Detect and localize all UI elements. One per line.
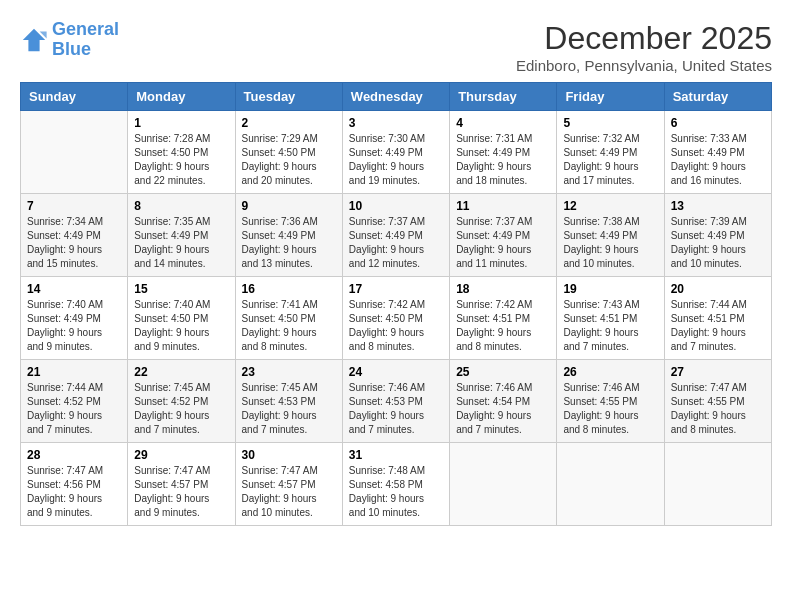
day-number: 7	[27, 199, 121, 213]
calendar-week-3: 14Sunrise: 7:40 AMSunset: 4:49 PMDayligh…	[21, 277, 772, 360]
day-detail: Sunrise: 7:39 AMSunset: 4:49 PMDaylight:…	[671, 215, 765, 271]
calendar-cell: 30Sunrise: 7:47 AMSunset: 4:57 PMDayligh…	[235, 443, 342, 526]
day-number: 10	[349, 199, 443, 213]
day-number: 31	[349, 448, 443, 462]
day-number: 24	[349, 365, 443, 379]
day-number: 30	[242, 448, 336, 462]
calendar-header-row: SundayMondayTuesdayWednesdayThursdayFrid…	[21, 83, 772, 111]
calendar-cell: 7Sunrise: 7:34 AMSunset: 4:49 PMDaylight…	[21, 194, 128, 277]
day-number: 8	[134, 199, 228, 213]
day-number: 9	[242, 199, 336, 213]
day-number: 14	[27, 282, 121, 296]
day-detail: Sunrise: 7:43 AMSunset: 4:51 PMDaylight:…	[563, 298, 657, 354]
calendar-cell: 13Sunrise: 7:39 AMSunset: 4:49 PMDayligh…	[664, 194, 771, 277]
day-detail: Sunrise: 7:42 AMSunset: 4:51 PMDaylight:…	[456, 298, 550, 354]
day-detail: Sunrise: 7:47 AMSunset: 4:56 PMDaylight:…	[27, 464, 121, 520]
day-number: 16	[242, 282, 336, 296]
calendar-week-5: 28Sunrise: 7:47 AMSunset: 4:56 PMDayligh…	[21, 443, 772, 526]
day-detail: Sunrise: 7:33 AMSunset: 4:49 PMDaylight:…	[671, 132, 765, 188]
day-detail: Sunrise: 7:46 AMSunset: 4:53 PMDaylight:…	[349, 381, 443, 437]
day-detail: Sunrise: 7:44 AMSunset: 4:51 PMDaylight:…	[671, 298, 765, 354]
logo-blue: Blue	[52, 39, 91, 59]
day-detail: Sunrise: 7:44 AMSunset: 4:52 PMDaylight:…	[27, 381, 121, 437]
calendar-cell	[450, 443, 557, 526]
calendar-cell: 31Sunrise: 7:48 AMSunset: 4:58 PMDayligh…	[342, 443, 449, 526]
calendar-cell: 24Sunrise: 7:46 AMSunset: 4:53 PMDayligh…	[342, 360, 449, 443]
day-detail: Sunrise: 7:48 AMSunset: 4:58 PMDaylight:…	[349, 464, 443, 520]
calendar-cell	[557, 443, 664, 526]
day-number: 17	[349, 282, 443, 296]
day-detail: Sunrise: 7:47 AMSunset: 4:55 PMDaylight:…	[671, 381, 765, 437]
calendar-cell: 28Sunrise: 7:47 AMSunset: 4:56 PMDayligh…	[21, 443, 128, 526]
page-header: General Blue December 2025 Edinboro, Pen…	[20, 20, 772, 74]
calendar-cell: 26Sunrise: 7:46 AMSunset: 4:55 PMDayligh…	[557, 360, 664, 443]
page-title: December 2025	[516, 20, 772, 57]
calendar-cell	[664, 443, 771, 526]
day-number: 18	[456, 282, 550, 296]
day-number: 22	[134, 365, 228, 379]
logo: General Blue	[20, 20, 119, 60]
day-detail: Sunrise: 7:30 AMSunset: 4:49 PMDaylight:…	[349, 132, 443, 188]
calendar-cell: 22Sunrise: 7:45 AMSunset: 4:52 PMDayligh…	[128, 360, 235, 443]
calendar-week-1: 1Sunrise: 7:28 AMSunset: 4:50 PMDaylight…	[21, 111, 772, 194]
header-tuesday: Tuesday	[235, 83, 342, 111]
header-saturday: Saturday	[664, 83, 771, 111]
calendar-cell	[21, 111, 128, 194]
header-monday: Monday	[128, 83, 235, 111]
day-number: 12	[563, 199, 657, 213]
calendar-cell: 27Sunrise: 7:47 AMSunset: 4:55 PMDayligh…	[664, 360, 771, 443]
day-detail: Sunrise: 7:35 AMSunset: 4:49 PMDaylight:…	[134, 215, 228, 271]
day-detail: Sunrise: 7:46 AMSunset: 4:55 PMDaylight:…	[563, 381, 657, 437]
day-detail: Sunrise: 7:45 AMSunset: 4:53 PMDaylight:…	[242, 381, 336, 437]
logo-icon	[20, 26, 48, 54]
header-thursday: Thursday	[450, 83, 557, 111]
logo-general: General	[52, 19, 119, 39]
day-detail: Sunrise: 7:31 AMSunset: 4:49 PMDaylight:…	[456, 132, 550, 188]
calendar-cell: 4Sunrise: 7:31 AMSunset: 4:49 PMDaylight…	[450, 111, 557, 194]
calendar-cell: 14Sunrise: 7:40 AMSunset: 4:49 PMDayligh…	[21, 277, 128, 360]
calendar-week-2: 7Sunrise: 7:34 AMSunset: 4:49 PMDaylight…	[21, 194, 772, 277]
calendar-cell: 18Sunrise: 7:42 AMSunset: 4:51 PMDayligh…	[450, 277, 557, 360]
day-number: 25	[456, 365, 550, 379]
day-detail: Sunrise: 7:47 AMSunset: 4:57 PMDaylight:…	[134, 464, 228, 520]
day-detail: Sunrise: 7:37 AMSunset: 4:49 PMDaylight:…	[456, 215, 550, 271]
day-detail: Sunrise: 7:37 AMSunset: 4:49 PMDaylight:…	[349, 215, 443, 271]
day-detail: Sunrise: 7:29 AMSunset: 4:50 PMDaylight:…	[242, 132, 336, 188]
day-number: 11	[456, 199, 550, 213]
calendar-cell: 11Sunrise: 7:37 AMSunset: 4:49 PMDayligh…	[450, 194, 557, 277]
day-detail: Sunrise: 7:28 AMSunset: 4:50 PMDaylight:…	[134, 132, 228, 188]
day-detail: Sunrise: 7:34 AMSunset: 4:49 PMDaylight:…	[27, 215, 121, 271]
title-block: December 2025 Edinboro, Pennsylvania, Un…	[516, 20, 772, 74]
day-detail: Sunrise: 7:47 AMSunset: 4:57 PMDaylight:…	[242, 464, 336, 520]
day-detail: Sunrise: 7:38 AMSunset: 4:49 PMDaylight:…	[563, 215, 657, 271]
logo-text: General Blue	[52, 20, 119, 60]
calendar-cell: 10Sunrise: 7:37 AMSunset: 4:49 PMDayligh…	[342, 194, 449, 277]
calendar-cell: 5Sunrise: 7:32 AMSunset: 4:49 PMDaylight…	[557, 111, 664, 194]
day-number: 13	[671, 199, 765, 213]
day-detail: Sunrise: 7:40 AMSunset: 4:50 PMDaylight:…	[134, 298, 228, 354]
calendar-cell: 19Sunrise: 7:43 AMSunset: 4:51 PMDayligh…	[557, 277, 664, 360]
header-wednesday: Wednesday	[342, 83, 449, 111]
calendar-cell: 2Sunrise: 7:29 AMSunset: 4:50 PMDaylight…	[235, 111, 342, 194]
day-number: 28	[27, 448, 121, 462]
calendar-cell: 17Sunrise: 7:42 AMSunset: 4:50 PMDayligh…	[342, 277, 449, 360]
calendar-cell: 8Sunrise: 7:35 AMSunset: 4:49 PMDaylight…	[128, 194, 235, 277]
day-detail: Sunrise: 7:36 AMSunset: 4:49 PMDaylight:…	[242, 215, 336, 271]
calendar-cell: 25Sunrise: 7:46 AMSunset: 4:54 PMDayligh…	[450, 360, 557, 443]
calendar-table: SundayMondayTuesdayWednesdayThursdayFrid…	[20, 82, 772, 526]
day-number: 3	[349, 116, 443, 130]
calendar-cell: 3Sunrise: 7:30 AMSunset: 4:49 PMDaylight…	[342, 111, 449, 194]
day-detail: Sunrise: 7:46 AMSunset: 4:54 PMDaylight:…	[456, 381, 550, 437]
calendar-cell: 6Sunrise: 7:33 AMSunset: 4:49 PMDaylight…	[664, 111, 771, 194]
day-detail: Sunrise: 7:42 AMSunset: 4:50 PMDaylight:…	[349, 298, 443, 354]
calendar-cell: 15Sunrise: 7:40 AMSunset: 4:50 PMDayligh…	[128, 277, 235, 360]
day-number: 21	[27, 365, 121, 379]
day-detail: Sunrise: 7:40 AMSunset: 4:49 PMDaylight:…	[27, 298, 121, 354]
day-number: 15	[134, 282, 228, 296]
header-friday: Friday	[557, 83, 664, 111]
calendar-cell: 21Sunrise: 7:44 AMSunset: 4:52 PMDayligh…	[21, 360, 128, 443]
page-subtitle: Edinboro, Pennsylvania, United States	[516, 57, 772, 74]
calendar-cell: 20Sunrise: 7:44 AMSunset: 4:51 PMDayligh…	[664, 277, 771, 360]
day-number: 23	[242, 365, 336, 379]
day-number: 5	[563, 116, 657, 130]
